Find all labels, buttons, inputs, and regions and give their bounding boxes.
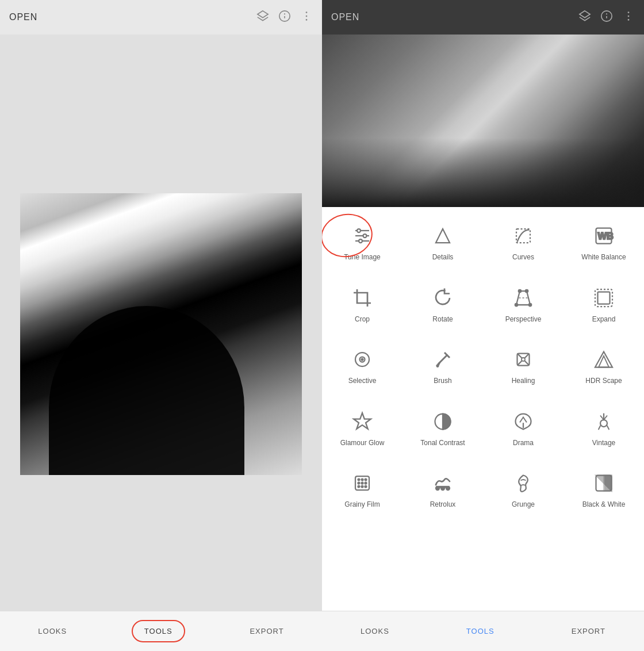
- svg-point-48: [600, 420, 607, 427]
- preview-img: [322, 35, 644, 207]
- selective-label: Selective: [348, 377, 377, 386]
- svg-point-57: [362, 486, 363, 488]
- vintage-icon: [591, 409, 616, 434]
- tool-crop[interactable]: Crop: [328, 281, 397, 329]
- black-white-icon: [591, 470, 616, 496]
- svg-point-56: [358, 486, 360, 488]
- curves-icon: [511, 223, 536, 248]
- white-balance-label: White Balance: [581, 253, 626, 262]
- glamour-glow-label: Glamour Glow: [340, 439, 385, 448]
- left-layers-icon[interactable]: [256, 10, 269, 25]
- photo-bw: [20, 193, 302, 475]
- tool-white-balance[interactable]: WB White Balance: [569, 219, 638, 267]
- tool-tune-image[interactable]: Tune Image: [328, 219, 397, 267]
- svg-point-5: [306, 15, 308, 17]
- svg-point-58: [365, 486, 367, 488]
- tool-hdr-scape[interactable]: HDR Scape: [569, 342, 638, 390]
- expand-label: Expand: [592, 315, 616, 324]
- details-icon: [430, 223, 455, 248]
- tools-grid: Tune Image Details Curves: [322, 207, 644, 611]
- left-tab-looks[interactable]: LOOKS: [26, 621, 78, 641]
- tool-tonal-contrast[interactable]: Tonal Contrast: [408, 404, 477, 453]
- svg-marker-20: [436, 229, 450, 243]
- tool-grunge[interactable]: Grunge: [489, 466, 558, 514]
- tool-brush[interactable]: Brush: [408, 342, 477, 390]
- svg-point-17: [357, 229, 361, 232]
- right-header: OPEN: [322, 0, 644, 35]
- tool-healing[interactable]: Healing: [489, 342, 558, 390]
- tune-image-icon: [350, 223, 375, 248]
- tool-grainy-film[interactable]: Grainy Film: [328, 466, 397, 514]
- tool-row-5: Grainy Film Retrolux: [322, 460, 644, 520]
- grainy-film-icon: [350, 470, 375, 496]
- svg-point-28: [515, 303, 518, 306]
- right-panel: OPEN: [322, 0, 644, 651]
- curves-label: Curves: [512, 253, 534, 262]
- tool-rotate[interactable]: Rotate: [408, 281, 477, 329]
- tool-row-2: Crop Rotate: [322, 275, 644, 335]
- tool-black-white[interactable]: Black & White: [569, 466, 638, 514]
- tool-glamour-glow[interactable]: Glamour Glow: [328, 404, 397, 453]
- brush-label: Brush: [434, 377, 451, 386]
- tool-row-4: Glamour Glow Tonal Contrast: [322, 399, 644, 458]
- left-tab-export[interactable]: EXPORT: [238, 621, 295, 641]
- left-tab-tools[interactable]: TOOLS: [132, 620, 185, 642]
- right-open-title: OPEN: [331, 12, 359, 22]
- grunge-label: Grunge: [512, 500, 535, 510]
- crop-label: Crop: [355, 315, 370, 324]
- right-tab-tools[interactable]: TOOLS: [455, 621, 506, 641]
- tool-details[interactable]: Details: [408, 219, 477, 267]
- tool-curves[interactable]: Curves: [489, 219, 558, 267]
- tune-image-label: Tune Image: [344, 253, 381, 262]
- svg-point-51: [362, 479, 363, 481]
- perspective-icon: [511, 285, 536, 311]
- tool-retrolux[interactable]: Retrolux: [408, 466, 477, 514]
- svg-rect-21: [516, 229, 530, 243]
- rotate-label: Rotate: [432, 315, 453, 324]
- left-more-icon[interactable]: [300, 10, 313, 25]
- right-info-icon[interactable]: [600, 10, 613, 25]
- left-header: OPEN: [0, 0, 322, 35]
- brush-icon: [430, 347, 455, 372]
- tool-perspective[interactable]: Perspective: [489, 281, 558, 329]
- svg-text:WB: WB: [598, 231, 614, 241]
- svg-marker-44: [354, 413, 371, 429]
- grunge-icon: [511, 470, 536, 496]
- tool-drama[interactable]: Drama: [489, 404, 558, 453]
- tool-selective[interactable]: Selective: [328, 342, 397, 390]
- svg-marker-7: [580, 10, 590, 17]
- retrolux-label: Retrolux: [430, 500, 456, 510]
- selective-icon: [350, 347, 375, 372]
- tool-expand[interactable]: Expand: [569, 281, 638, 329]
- svg-rect-62: [437, 487, 449, 488]
- right-more-icon[interactable]: [622, 10, 635, 25]
- svg-marker-0: [258, 10, 268, 17]
- svg-point-4: [306, 12, 308, 13]
- photo-container: [20, 193, 302, 475]
- details-label: Details: [432, 253, 454, 262]
- svg-point-6: [306, 19, 308, 21]
- right-tab-export[interactable]: EXPORT: [560, 621, 617, 641]
- svg-point-18: [363, 234, 367, 238]
- vintage-label: Vintage: [592, 439, 615, 448]
- glamour-glow-icon: [350, 409, 375, 434]
- left-header-icons: [256, 10, 313, 25]
- left-info-icon[interactable]: [278, 10, 291, 25]
- svg-marker-42: [595, 352, 612, 367]
- right-header-icons: [578, 10, 635, 25]
- svg-point-19: [359, 239, 362, 243]
- tool-row-1: Tune Image Details Curves: [322, 213, 644, 273]
- svg-point-36: [362, 359, 363, 361]
- black-white-label: Black & White: [582, 500, 626, 510]
- healing-label: Healing: [512, 377, 535, 386]
- right-tab-looks[interactable]: LOOKS: [349, 621, 401, 641]
- svg-rect-32: [598, 292, 610, 304]
- grainy-film-label: Grainy Film: [344, 500, 379, 510]
- tool-vintage[interactable]: Vintage: [569, 404, 638, 453]
- svg-point-12: [628, 15, 630, 17]
- svg-marker-64: [604, 476, 612, 491]
- svg-point-31: [526, 289, 528, 292]
- tool-row-3: Selective Brush: [322, 336, 644, 396]
- drama-icon: [511, 409, 536, 434]
- right-layers-icon[interactable]: [578, 10, 591, 25]
